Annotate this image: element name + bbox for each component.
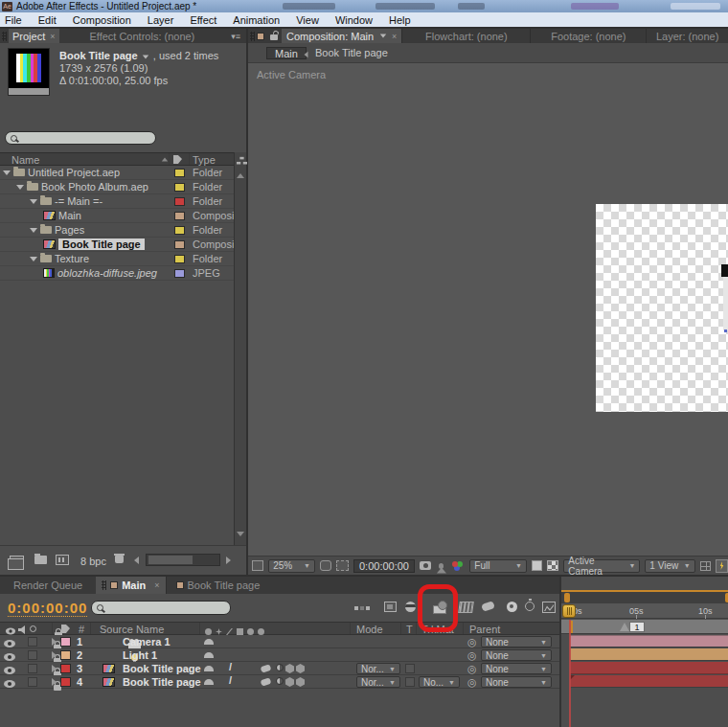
- chevron-down-icon[interactable]: [380, 34, 386, 38]
- item-label[interactable]: Book Photo Album.aep: [41, 181, 148, 193]
- menu-file[interactable]: File: [5, 14, 22, 26]
- column-name[interactable]: Name: [11, 154, 39, 166]
- always-preview-icon[interactable]: [252, 560, 263, 571]
- project-row-book-title-page[interactable]: Book Title page Composi...: [0, 238, 234, 252]
- comp-label-swatch[interactable]: [257, 33, 264, 40]
- layer-name[interactable]: Camera 1: [123, 636, 171, 647]
- preserve-transparency-box[interactable]: [405, 664, 415, 673]
- video-eye-icon[interactable]: [4, 653, 15, 661]
- motion-blur-switch[interactable]: [261, 664, 272, 672]
- hscroll-thumb[interactable]: [148, 556, 193, 564]
- quality-best-switch[interactable]: /: [229, 661, 232, 672]
- label-column-icon[interactable]: [61, 625, 70, 633]
- project-search-input[interactable]: [21, 133, 150, 144]
- layer-name[interactable]: Light 1: [123, 649, 157, 661]
- blend-mode-dropdown[interactable]: Nor...▼: [356, 663, 400, 674]
- exposure-icon[interactable]: [716, 559, 728, 573]
- panel-grip[interactable]: [2, 32, 7, 41]
- comp-marker-cone-icon[interactable]: [620, 623, 629, 631]
- breadcrumb-current[interactable]: Main: [266, 47, 307, 59]
- preserve-transparency-box[interactable]: [405, 677, 415, 687]
- menu-edit[interactable]: Edit: [38, 14, 57, 26]
- label-color-swatch[interactable]: [174, 269, 185, 278]
- blend-mode-dropdown[interactable]: Nor...▼: [356, 676, 400, 688]
- column-t[interactable]: T: [406, 624, 413, 635]
- layer-label-swatch[interactable]: [60, 677, 71, 687]
- magnification-dropdown[interactable]: 25%▼: [268, 559, 315, 573]
- panel-grip[interactable]: [102, 580, 106, 590]
- adjustment-switch[interactable]: [276, 664, 284, 671]
- quality-switch[interactable]: [204, 639, 214, 645]
- region-of-interest-icon[interactable]: [336, 560, 349, 571]
- menu-effect[interactable]: Effect: [190, 14, 216, 26]
- tab-timeline-book-title-page[interactable]: Book Title page: [166, 577, 270, 594]
- pickwhip-icon[interactable]: ◎: [467, 636, 477, 648]
- column-number[interactable]: #: [79, 624, 84, 635]
- item-label[interactable]: Texture: [55, 253, 89, 264]
- bit-depth-button[interactable]: 8 bpc: [80, 556, 106, 567]
- quality-switch[interactable]: [204, 679, 214, 685]
- transparency-grid-icon[interactable]: [547, 560, 558, 571]
- layer-bar-book-title-4[interactable]: [570, 675, 728, 688]
- item-label[interactable]: oblozhka-diffuse.jpeg: [57, 267, 157, 279]
- menu-animation[interactable]: Animation: [233, 14, 280, 26]
- brainstorm-icon[interactable]: [507, 602, 517, 612]
- grid-guides-icon[interactable]: [700, 561, 711, 571]
- parent-dropdown[interactable]: None▼: [481, 649, 552, 661]
- column-source-name[interactable]: Source Name: [100, 624, 164, 635]
- work-area-bar[interactable]: 1: [561, 620, 728, 634]
- collapse-switch-icon[interactable]: [285, 677, 294, 687]
- item-label[interactable]: -= Main =-: [55, 195, 102, 207]
- layer-row-book-title-4[interactable]: 4 Book Title page / Nor...▼ No...▼ ◎ Non…: [0, 675, 559, 689]
- quality-switch[interactable]: [204, 666, 214, 671]
- menu-layer[interactable]: Layer: [148, 14, 174, 26]
- new-composition-icon[interactable]: [56, 555, 69, 565]
- project-search[interactable]: [5, 131, 156, 145]
- adjustment-switch[interactable]: [276, 677, 284, 685]
- footage-name-dropdown-icon[interactable]: [143, 56, 148, 59]
- safe-margins-icon[interactable]: [320, 560, 331, 571]
- motion-blur-icon[interactable]: [481, 601, 495, 612]
- view-layout-dropdown[interactable]: 1 View▼: [645, 559, 694, 573]
- navigator-start-handle[interactable]: [564, 593, 570, 602]
- solo-box[interactable]: [28, 664, 37, 673]
- track-matte-dropdown[interactable]: No...▼: [419, 676, 460, 688]
- current-time-indicator[interactable]: [562, 604, 576, 618]
- panel-menu-icon[interactable]: ▾≡: [225, 32, 246, 41]
- twirl-right-icon[interactable]: [52, 638, 57, 646]
- parent-dropdown[interactable]: None▼: [481, 676, 552, 688]
- project-row-main-comp[interactable]: Main Composi...: [0, 209, 234, 223]
- tab-timeline-main[interactable]: Main ×: [96, 577, 165, 594]
- resolution-dropdown[interactable]: Full▼: [469, 559, 527, 573]
- show-channels-icon[interactable]: [451, 560, 465, 571]
- composition-viewport-transparency[interactable]: [596, 204, 728, 412]
- twirl-right-icon[interactable]: [52, 678, 57, 686]
- menu-composition[interactable]: Composition: [73, 14, 131, 26]
- trash-icon[interactable]: [115, 556, 124, 563]
- hscroll-track[interactable]: [146, 554, 220, 566]
- show-snapshot-icon[interactable]: [439, 563, 444, 569]
- project-row-oblozhka-jpeg[interactable]: oblozhka-diffuse.jpeg JPEG: [0, 266, 234, 281]
- auto-keyframe-icon[interactable]: [525, 602, 535, 611]
- close-icon[interactable]: ×: [392, 32, 397, 41]
- hscroll-left-icon[interactable]: [134, 557, 139, 564]
- target-region-icon[interactable]: [532, 560, 542, 571]
- sort-ascending-icon[interactable]: [162, 158, 168, 162]
- snapshot-camera-icon[interactable]: [420, 561, 431, 570]
- time-navigator[interactable]: [561, 592, 728, 603]
- project-row-texture-folder[interactable]: Texture Folder: [0, 252, 234, 266]
- pickwhip-icon[interactable]: ◎: [467, 676, 477, 689]
- scroll-down-icon[interactable]: [237, 532, 244, 536]
- parent-dropdown[interactable]: None▼: [481, 663, 552, 674]
- item-label[interactable]: Pages: [55, 224, 84, 236]
- tab-layer[interactable]: Layer: (none): [647, 31, 728, 42]
- layer-label-swatch[interactable]: [60, 637, 71, 647]
- solo-box[interactable]: [28, 677, 37, 687]
- comp-marker-1[interactable]: 1: [629, 622, 645, 632]
- layer-label-swatch[interactable]: [60, 650, 71, 660]
- breadcrumb-previous[interactable]: Book Title page: [315, 47, 388, 58]
- column-mode[interactable]: Mode: [356, 624, 383, 635]
- motion-blur-film-icon[interactable]: [458, 602, 474, 613]
- layer-row-light[interactable]: 2 Light 1 ◎ None▼: [0, 648, 559, 662]
- tab-render-queue[interactable]: Render Queue: [0, 579, 96, 591]
